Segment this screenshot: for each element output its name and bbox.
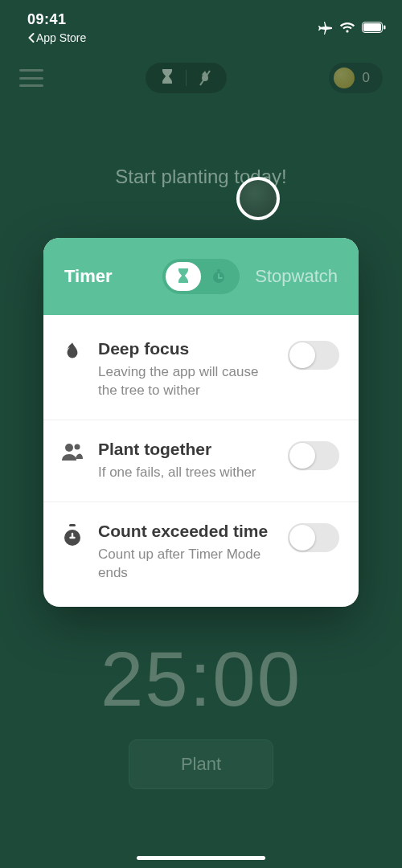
battery-icon — [362, 22, 386, 33]
hourglass-icon — [160, 69, 174, 87]
setting-desc: Leaving the app will cause the tree to w… — [98, 363, 275, 400]
tab-timer[interactable]: Timer — [64, 266, 113, 287]
timer-settings-modal: Timer Stopwatch Deep focus Leaving the a… — [43, 238, 359, 607]
wifi-icon — [339, 22, 355, 34]
hourglass-icon — [176, 268, 191, 285]
tree-seed[interactable] — [236, 177, 280, 220]
setting-title: Deep focus — [98, 339, 275, 358]
mode-switcher[interactable] — [146, 63, 227, 93]
setting-title: Count exceeded time — [98, 522, 275, 541]
setting-desc: If one fails, all trees wither — [98, 464, 275, 482]
svg-point-6 — [65, 444, 73, 452]
setting-title: Plant together — [98, 440, 275, 459]
stopwatch-icon — [210, 268, 228, 285]
flame-icon — [62, 341, 83, 365]
plant-together-toggle[interactable] — [288, 441, 339, 470]
status-time: 09:41 — [27, 11, 67, 28]
status-bar: 09:41 App Store — [0, 0, 402, 48]
back-to-app-store[interactable]: App Store — [27, 31, 86, 44]
svg-rect-5 — [217, 269, 220, 272]
coin-icon — [334, 68, 355, 88]
tab-stopwatch[interactable]: Stopwatch — [255, 266, 338, 287]
svg-rect-1 — [363, 23, 381, 31]
svg-point-7 — [75, 444, 80, 449]
deep-focus-toggle[interactable] — [288, 341, 339, 370]
timer-display: 25:00 — [0, 635, 402, 723]
modal-body: Deep focus Leaving the app will cause th… — [43, 315, 359, 607]
people-icon — [60, 441, 84, 462]
coins-display[interactable]: 0 — [329, 63, 383, 93]
switch-timer-seg[interactable] — [166, 262, 201, 291]
setting-count-exceeded: Count exceeded time Count up after Timer… — [43, 502, 359, 602]
flame-disabled-icon — [198, 69, 212, 87]
plant-button[interactable]: Plant — [129, 739, 273, 789]
airplane-mode-icon — [317, 19, 333, 35]
app-bar: 0 — [0, 58, 402, 98]
status-icons — [317, 19, 386, 35]
modal-header: Timer Stopwatch — [43, 238, 359, 315]
home-indicator[interactable] — [137, 856, 265, 860]
count-exceeded-toggle[interactable] — [288, 523, 339, 552]
headline: Start planting today! — [0, 166, 402, 188]
svg-rect-2 — [384, 26, 386, 30]
svg-rect-8 — [69, 524, 76, 526]
switch-stopwatch-seg[interactable] — [201, 262, 236, 291]
back-label: App Store — [36, 31, 86, 44]
menu-button[interactable] — [19, 69, 43, 87]
setting-plant-together: Plant together If one fails, all trees w… — [43, 420, 359, 502]
setting-deep-focus: Deep focus Leaving the app will cause th… — [43, 320, 359, 420]
setting-desc: Count up after Timer Mode ends — [98, 546, 275, 583]
coins-count: 0 — [363, 70, 370, 86]
timer-stopwatch-switch[interactable] — [162, 259, 240, 294]
timer-plus-icon — [61, 523, 84, 547]
